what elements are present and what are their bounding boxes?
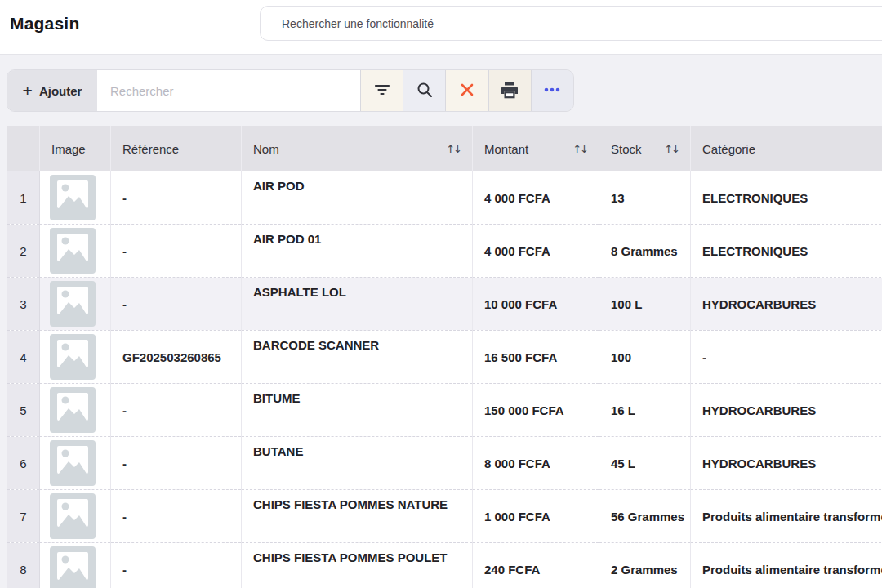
row-reference: - xyxy=(111,384,242,437)
row-reference: - xyxy=(111,490,242,543)
image-placeholder-icon xyxy=(50,440,96,486)
magnifier-icon xyxy=(415,80,434,102)
table-row[interactable]: 4 GF202503260865 BARCODE SCANNER 16 500 … xyxy=(7,331,882,384)
table-header-row: Image Référence Nom ↑↓ Montant ↑↓ Stock … xyxy=(7,126,882,172)
row-number: 6 xyxy=(7,437,40,490)
row-name: ASPHALTE LOL xyxy=(242,278,473,331)
table-row[interactable]: 3 - ASPHALTE LOL 10 000 FCFA 100 L HYDRO… xyxy=(7,278,882,331)
row-number: 1 xyxy=(7,172,40,225)
sort-icon[interactable]: ↑↓ xyxy=(446,143,461,155)
row-category: Produits alimentaire transformes xyxy=(691,543,882,588)
row-category: HYDROCARBURES xyxy=(691,437,882,490)
row-name: BARCODE SCANNER xyxy=(242,331,473,384)
image-placeholder-icon xyxy=(50,546,96,588)
ellipsis-icon xyxy=(542,80,562,102)
top-header: Magasin Rechercher une fonctionnalité xyxy=(0,0,882,55)
row-reference: - xyxy=(111,225,242,278)
filter-button[interactable] xyxy=(360,70,403,111)
row-stock: 2 Grammes xyxy=(599,543,691,588)
row-number: 2 xyxy=(7,225,40,278)
row-amount: 4 000 FCFA xyxy=(473,225,599,278)
row-name: CHIPS FIESTA POMMES POULET xyxy=(242,543,473,588)
close-x-icon xyxy=(457,80,477,102)
header-amount[interactable]: Montant ↑↓ xyxy=(473,126,599,172)
products-table-wrap: Image Référence Nom ↑↓ Montant ↑↓ Stock … xyxy=(7,126,882,588)
row-amount: 240 FCFA xyxy=(473,543,599,588)
search-button[interactable] xyxy=(403,70,445,111)
image-placeholder-icon xyxy=(50,175,96,220)
row-number: 8 xyxy=(7,543,40,588)
row-image-cell xyxy=(40,331,111,384)
row-reference: GF202503260865 xyxy=(111,331,242,384)
row-image-cell xyxy=(40,384,111,437)
table-search-input[interactable] xyxy=(97,70,360,111)
row-image-cell xyxy=(40,437,111,490)
plus-icon: + xyxy=(23,82,33,99)
print-button[interactable] xyxy=(488,70,531,111)
image-placeholder-icon xyxy=(50,334,96,380)
products-table: Image Référence Nom ↑↓ Montant ↑↓ Stock … xyxy=(7,126,882,588)
row-number: 3 xyxy=(7,278,40,331)
image-placeholder-icon xyxy=(50,493,96,539)
row-image-cell xyxy=(40,278,111,331)
more-options-button[interactable] xyxy=(531,70,573,111)
row-amount: 150 000 FCFA xyxy=(473,384,599,437)
row-number: 7 xyxy=(7,490,40,543)
row-stock: 45 L xyxy=(599,437,691,490)
table-row[interactable]: 8 - CHIPS FIESTA POMMES POULET 240 FCFA … xyxy=(7,543,882,588)
header-name[interactable]: Nom ↑↓ xyxy=(242,126,473,172)
filter-lines-icon xyxy=(372,80,392,102)
row-amount: 8 000 FCFA xyxy=(473,437,599,490)
header-reference: Référence xyxy=(111,126,242,172)
header-category: Catégorie xyxy=(691,126,882,172)
row-category: ELECTRONIQUES xyxy=(691,225,882,278)
row-reference: - xyxy=(111,437,242,490)
row-name: BUTANE xyxy=(242,437,473,490)
content-area: + Ajouter xyxy=(0,55,882,588)
header-stock[interactable]: Stock ↑↓ xyxy=(599,126,691,172)
row-image-cell xyxy=(40,490,111,543)
row-name: AIR POD 01 xyxy=(242,225,473,278)
header-image: Image xyxy=(40,126,111,172)
row-number: 4 xyxy=(7,331,40,384)
printer-icon xyxy=(500,80,519,102)
table-row[interactable]: 6 - BUTANE 8 000 FCFA 45 L HYDROCARBURES xyxy=(7,437,882,490)
row-stock: 100 L xyxy=(599,278,691,331)
row-stock: 56 Grammes xyxy=(599,490,691,543)
row-amount: 4 000 FCFA xyxy=(473,172,599,225)
clear-filter-button[interactable] xyxy=(445,70,488,111)
table-row[interactable]: 7 - CHIPS FIESTA POMMES NATURE 1 000 FCF… xyxy=(7,490,882,543)
row-reference: - xyxy=(111,172,242,225)
add-button[interactable]: + Ajouter xyxy=(7,70,97,111)
feature-search-placeholder: Rechercher une fonctionnalité xyxy=(282,17,434,30)
sort-icon[interactable]: ↑↓ xyxy=(572,143,587,155)
table-row[interactable]: 2 - AIR POD 01 4 000 FCFA 8 Grammes ELEC… xyxy=(7,225,882,278)
row-category: HYDROCARBURES xyxy=(691,384,882,437)
image-placeholder-icon xyxy=(50,281,96,327)
row-name: AIR POD xyxy=(242,172,473,225)
row-image-cell xyxy=(40,225,111,278)
row-number: 5 xyxy=(7,384,40,437)
table-toolbar: + Ajouter xyxy=(7,69,574,112)
row-category: ELECTRONIQUES xyxy=(691,172,882,225)
header-index xyxy=(7,126,40,172)
row-name: CHIPS FIESTA POMMES NATURE xyxy=(242,490,473,543)
table-row[interactable]: 1 - AIR POD 4 000 FCFA 13 ELECTRONIQUES xyxy=(7,172,882,225)
row-stock: 16 L xyxy=(599,384,691,437)
row-category: Produits alimentaire transformes xyxy=(691,490,882,543)
sort-icon[interactable]: ↑↓ xyxy=(664,143,679,155)
row-amount: 16 500 FCFA xyxy=(473,331,599,384)
row-amount: 1 000 FCFA xyxy=(473,490,599,543)
page-title: Magasin xyxy=(10,14,79,33)
row-name: BITUME xyxy=(242,384,473,437)
row-reference: - xyxy=(111,278,242,331)
feature-search-input[interactable]: Rechercher une fonctionnalité xyxy=(260,6,882,41)
image-placeholder-icon xyxy=(50,387,96,433)
table-row[interactable]: 5 - BITUME 150 000 FCFA 16 L HYDROCARBUR… xyxy=(7,384,882,437)
row-image-cell xyxy=(40,172,111,225)
row-category: HYDROCARBURES xyxy=(691,278,882,331)
image-placeholder-icon xyxy=(50,228,96,274)
row-stock: 100 xyxy=(599,331,691,384)
row-stock: 13 xyxy=(599,172,691,225)
row-category: - xyxy=(691,331,882,384)
